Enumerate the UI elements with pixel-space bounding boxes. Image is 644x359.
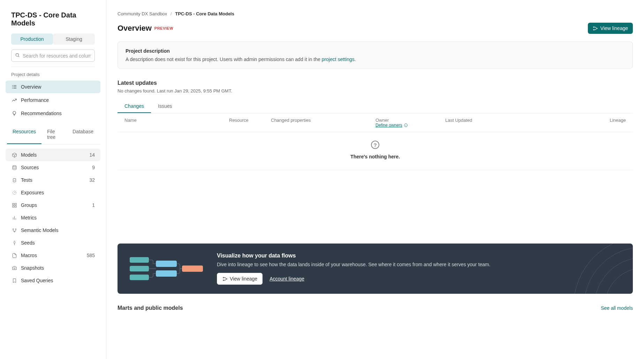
resource-label: Metrics bbox=[21, 215, 37, 220]
main-content: Community DX Sandbox / TPC-DS - Core Dat… bbox=[106, 0, 644, 359]
svg-point-33 bbox=[223, 277, 224, 278]
svg-point-35 bbox=[226, 278, 227, 279]
view-lineage-button[interactable]: View lineage bbox=[588, 23, 633, 34]
search-input-wrap[interactable] bbox=[11, 50, 95, 62]
svg-point-18 bbox=[15, 229, 16, 230]
list-icon bbox=[11, 84, 17, 90]
svg-rect-27 bbox=[130, 257, 149, 263]
project-title: TPC-DS - Core Data Models bbox=[6, 11, 100, 27]
nav-recommendations[interactable]: Recommendations bbox=[6, 107, 100, 120]
resource-item-snapshots[interactable]: Snapshots bbox=[6, 262, 100, 274]
svg-point-5 bbox=[12, 85, 13, 86]
resource-count: 9 bbox=[92, 165, 95, 170]
resource-item-groups[interactable]: Groups 1 bbox=[6, 199, 100, 211]
col-owner: Owner Define owners bbox=[376, 118, 445, 128]
account-lineage-link[interactable]: Account lineage bbox=[266, 273, 308, 284]
lineage-banner: Visualize how your data flows Dive into … bbox=[118, 244, 633, 294]
empty-state: ? There's nothing here. bbox=[118, 132, 633, 170]
empty-text: There's nothing here. bbox=[350, 154, 400, 159]
latest-updates-title: Latest updates bbox=[118, 80, 633, 86]
svg-point-22 bbox=[593, 29, 594, 30]
page-title-text: Overview bbox=[118, 24, 152, 33]
lightbulb-icon bbox=[11, 110, 17, 117]
col-name: Name bbox=[124, 118, 229, 128]
project-settings-link[interactable]: project settings bbox=[322, 57, 355, 62]
database-icon bbox=[11, 164, 17, 171]
resource-label: Saved Queries bbox=[21, 278, 53, 283]
svg-point-17 bbox=[13, 229, 14, 230]
nav-label: Performance bbox=[21, 97, 49, 103]
tab-staging[interactable]: Staging bbox=[53, 33, 95, 45]
preview-badge: PREVIEW bbox=[154, 26, 173, 30]
svg-point-34 bbox=[223, 280, 224, 281]
sub-tab-file-tree[interactable]: File tree bbox=[41, 125, 67, 144]
speed-icon bbox=[11, 189, 17, 196]
chart-line-icon bbox=[11, 97, 17, 103]
search-input[interactable] bbox=[23, 53, 91, 59]
breadcrumb-separator: / bbox=[171, 11, 172, 16]
tab-issues[interactable]: Issues bbox=[151, 100, 179, 113]
resource-item-tests[interactable]: Tests 32 bbox=[6, 174, 100, 186]
tab-production[interactable]: Production bbox=[11, 33, 53, 45]
resource-item-saved-queries[interactable]: Saved Queries bbox=[6, 274, 100, 287]
resource-label: Models bbox=[21, 152, 37, 158]
breadcrumb-root[interactable]: Community DX Sandbox bbox=[118, 11, 167, 16]
resource-item-semantic-models[interactable]: Semantic Models bbox=[6, 224, 100, 237]
breadcrumb-current: TPC-DS - Core Data Models bbox=[175, 11, 234, 16]
see-all-models-link[interactable]: See all models bbox=[601, 305, 633, 311]
col-changed-properties: Changed properties bbox=[271, 118, 376, 128]
button-label: View lineage bbox=[230, 276, 257, 282]
divider bbox=[11, 67, 95, 67]
resource-label: Tests bbox=[21, 177, 32, 183]
resource-list: Models 14 Sources 9 Tests 32 bbox=[6, 149, 100, 287]
define-owners-link[interactable]: Define owners bbox=[376, 123, 445, 128]
resource-item-seeds[interactable]: Seeds bbox=[6, 237, 100, 249]
bar-chart-icon bbox=[11, 215, 17, 221]
svg-point-7 bbox=[12, 88, 13, 89]
lineage-icon bbox=[222, 276, 228, 282]
banner-text: Dive into lineage to see how the data la… bbox=[217, 262, 622, 267]
nav-label: Recommendations bbox=[21, 111, 62, 116]
clipboard-check-icon bbox=[11, 177, 17, 183]
resource-label: Snapshots bbox=[21, 265, 44, 271]
sub-tab-resources[interactable]: Resources bbox=[7, 125, 41, 144]
resource-item-macros[interactable]: Macros 585 bbox=[6, 249, 100, 262]
updates-tabs: Changes Issues bbox=[118, 100, 633, 113]
resource-item-exposures[interactable]: Exposures bbox=[6, 186, 100, 199]
resource-label: Groups bbox=[21, 202, 37, 208]
banner-view-lineage-button[interactable]: View lineage bbox=[217, 273, 263, 285]
svg-rect-30 bbox=[156, 261, 177, 267]
resource-sub-tabs: Resources File tree Database bbox=[6, 125, 100, 144]
question-icon: ? bbox=[371, 141, 379, 149]
tab-changes[interactable]: Changes bbox=[118, 100, 151, 113]
sub-tab-database[interactable]: Database bbox=[67, 125, 99, 144]
resource-count: 1 bbox=[92, 202, 95, 208]
resource-count: 32 bbox=[89, 177, 95, 183]
button-label: View lineage bbox=[600, 25, 628, 31]
cube-icon bbox=[11, 152, 17, 158]
nav-overview[interactable]: Overview bbox=[6, 81, 100, 93]
seed-icon bbox=[11, 240, 17, 246]
svg-rect-11 bbox=[15, 203, 16, 204]
project-details-label: Project details bbox=[6, 72, 100, 81]
svg-rect-13 bbox=[15, 205, 16, 207]
resource-item-metrics[interactable]: Metrics bbox=[6, 211, 100, 224]
sidebar: TPC-DS - Core Data Models Production Sta… bbox=[0, 0, 106, 359]
resource-item-models[interactable]: Models 14 bbox=[6, 149, 100, 161]
svg-point-6 bbox=[12, 87, 13, 87]
nav-performance[interactable]: Performance bbox=[6, 94, 100, 106]
resource-item-sources[interactable]: Sources 9 bbox=[6, 161, 100, 174]
latest-updates-subtitle: No changes found. Last run Jan 29, 2025,… bbox=[118, 88, 633, 94]
table-header: Name Resource Changed properties Owner D… bbox=[118, 113, 633, 132]
info-icon bbox=[404, 123, 408, 127]
desc-text-after: . bbox=[355, 57, 356, 62]
search-icon bbox=[15, 53, 20, 59]
svg-rect-29 bbox=[130, 275, 149, 280]
resource-count: 14 bbox=[89, 152, 95, 158]
grid-icon bbox=[11, 202, 17, 208]
define-owners-text: Define owners bbox=[376, 123, 402, 128]
page-title: Overview PREVIEW bbox=[118, 24, 173, 33]
svg-point-20 bbox=[14, 268, 15, 269]
branch-icon bbox=[11, 227, 17, 233]
col-resource: Resource bbox=[229, 118, 271, 128]
